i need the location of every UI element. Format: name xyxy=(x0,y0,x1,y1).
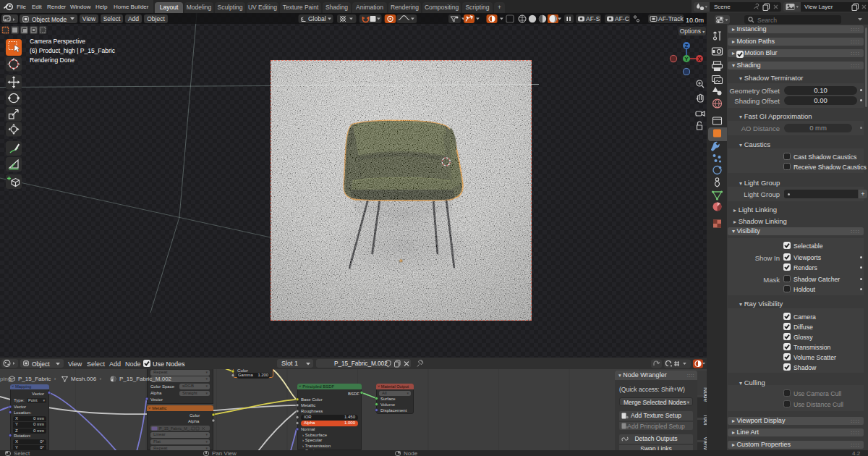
svg-text:X: X xyxy=(697,56,701,62)
svg-text:Global: Global xyxy=(308,15,326,22)
svg-text:Tool: Tool xyxy=(702,414,707,426)
svg-text:Y: Y xyxy=(684,56,688,62)
svg-text:P_15_Fabric_M_...: P_15_Fabric_M_... xyxy=(159,426,193,431)
svg-text:AF-S: AF-S xyxy=(586,15,600,22)
svg-text:AF-Track: AF-Track xyxy=(658,15,684,22)
svg-text:Z: Z xyxy=(685,43,689,49)
svg-text:Node: Node xyxy=(702,387,707,402)
svg-text:AF-C: AF-C xyxy=(615,15,629,22)
svg-text:View: View xyxy=(702,436,707,450)
